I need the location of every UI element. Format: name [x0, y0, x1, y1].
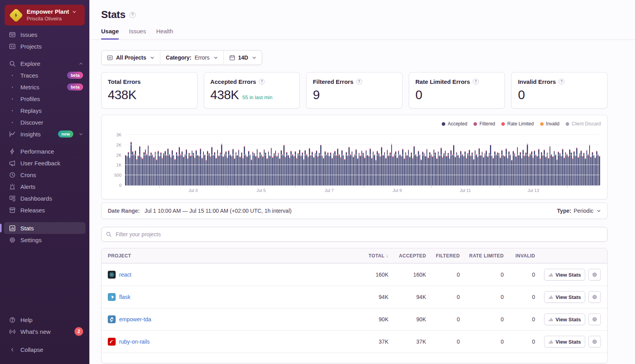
- sidebar-item-whats-new[interactable]: What's new 2: [0, 326, 89, 337]
- chart-bar: [564, 158, 565, 185]
- help-icon[interactable]: [356, 79, 362, 85]
- column-header-invalid[interactable]: INVALID: [507, 253, 538, 259]
- chart-bar: [285, 157, 286, 185]
- chart-bar: [497, 152, 498, 185]
- view-stats-button[interactable]: View Stats: [544, 291, 585, 303]
- chart-bar: [312, 152, 313, 185]
- chart-bar: [296, 158, 298, 185]
- column-header-accepted[interactable]: ACCEPTED: [392, 253, 429, 259]
- tab-health[interactable]: Health: [156, 28, 173, 40]
- project-link[interactable]: ruby-on-rails: [119, 339, 150, 345]
- sidebar-item-label: Explore: [20, 60, 40, 67]
- chart-bar: [513, 151, 514, 185]
- legend-item-accepted[interactable]: Accepted: [442, 121, 467, 127]
- view-stats-button[interactable]: View Stats: [544, 269, 585, 281]
- card-title: Total Errors: [108, 78, 141, 85]
- chart-bar: [475, 150, 476, 185]
- card-title: Filtered Errors: [313, 78, 353, 85]
- chart-bar: [225, 151, 227, 185]
- chart-bar: [412, 158, 414, 185]
- project-link[interactable]: empower-tda: [119, 316, 151, 322]
- view-stats-button[interactable]: View Stats: [544, 313, 585, 325]
- chart-bar: [190, 156, 191, 185]
- legend-item-invalid[interactable]: Invalid: [540, 121, 560, 127]
- page-title-help-icon[interactable]: [129, 12, 136, 18]
- sidebar-item-issues[interactable]: Issues: [0, 29, 89, 40]
- chart-bar: [305, 150, 306, 185]
- project-settings-button[interactable]: [588, 313, 601, 325]
- sidebar-item-help[interactable]: Help: [0, 314, 89, 326]
- column-header-project[interactable]: PROJECT: [102, 253, 345, 259]
- chart-bar: [354, 154, 356, 185]
- chart-bar: [573, 151, 575, 185]
- chart-bar: [517, 147, 518, 185]
- cell-accepted: 160K: [392, 272, 429, 278]
- date-period-value: 14D: [238, 54, 249, 61]
- view-stats-button[interactable]: View Stats: [544, 336, 585, 348]
- sidebar-item-label: Dashboards: [20, 195, 52, 202]
- sidebar-item-discover[interactable]: Discover: [0, 116, 89, 128]
- column-header-rate-limited[interactable]: RATE LIMITED: [463, 253, 507, 259]
- sidebar-item-releases[interactable]: Releases: [0, 204, 89, 216]
- sidebar-item-performance[interactable]: Performance: [0, 145, 89, 157]
- sidebar-item-settings[interactable]: Settings: [0, 234, 89, 246]
- legend-item-client-discard[interactable]: Client Discard: [566, 121, 601, 127]
- chart-bar: [292, 154, 293, 185]
- sidebar-item-profiles[interactable]: Profiles: [0, 93, 89, 105]
- category-filter-dropdown[interactable]: Category: Errors: [160, 51, 223, 65]
- sidebar-item-label: Stats: [20, 225, 34, 232]
- chart-bar: [228, 150, 229, 185]
- sidebar-item-traces[interactable]: Traces beta: [0, 69, 89, 81]
- column-header-filtered[interactable]: FILTERED: [429, 253, 463, 259]
- column-header-total[interactable]: TOTAL: [345, 253, 392, 259]
- sidebar-collapse-button[interactable]: Collapse: [0, 344, 89, 355]
- chart-bar: [425, 156, 426, 185]
- project-search: [101, 227, 608, 242]
- project-settings-button[interactable]: [588, 269, 601, 281]
- sidebar-item-insights[interactable]: Insights new: [0, 128, 89, 140]
- search-input[interactable]: [101, 227, 608, 242]
- sidebar-item-replays[interactable]: Replays: [0, 105, 89, 116]
- sidebar-item-crons[interactable]: Crons: [0, 169, 89, 181]
- help-icon[interactable]: [259, 79, 265, 85]
- sidebar-item-projects[interactable]: Projects: [0, 40, 89, 52]
- sidebar-item-dashboards[interactable]: Dashboards: [0, 192, 89, 204]
- x-axis-tick: [431, 186, 432, 188]
- project-settings-button[interactable]: [588, 336, 601, 348]
- chart-bar: [504, 156, 505, 185]
- tab-usage[interactable]: Usage: [101, 28, 119, 40]
- sidebar-item-user-feedback[interactable]: User Feedback: [0, 157, 89, 169]
- chart-bar: [301, 156, 302, 185]
- project-settings-button[interactable]: [588, 291, 601, 303]
- help-icon[interactable]: [559, 79, 564, 85]
- chart-bar: [590, 157, 591, 185]
- chart-bar: [271, 148, 272, 185]
- sidebar-item-stats[interactable]: Stats: [4, 222, 85, 234]
- tab-issues[interactable]: Issues: [129, 28, 146, 40]
- sidebar-item-explore[interactable]: Explore: [0, 58, 89, 69]
- legend-item-rate-limited[interactable]: Rate Limited: [501, 121, 533, 127]
- sidebar-item-metrics[interactable]: Metrics beta: [0, 81, 89, 93]
- project-filter-dropdown[interactable]: All Projects: [102, 51, 160, 65]
- project-link[interactable]: react: [119, 272, 131, 278]
- chart-bar: [259, 152, 261, 185]
- type-dropdown[interactable]: Type: Periodic: [557, 208, 601, 214]
- chart-bar: [180, 154, 181, 185]
- chart-bar: [267, 158, 268, 185]
- org-switcher[interactable]: Empower Plant Priscila Oliveira: [5, 5, 85, 25]
- date-period-dropdown[interactable]: 14D: [223, 51, 262, 65]
- sidebar-item-alerts[interactable]: Alerts: [0, 181, 89, 192]
- chart-bar: [500, 158, 501, 185]
- bullet-icon: [9, 110, 16, 111]
- help-icon[interactable]: [473, 79, 479, 85]
- cell-filtered: 0: [429, 272, 463, 278]
- chart-bar: [417, 156, 418, 185]
- chart-bar: [542, 155, 544, 185]
- chart-bar: [183, 157, 184, 185]
- bullet-icon: [9, 122, 16, 123]
- x-axis-label: Jul 3: [189, 188, 198, 193]
- legend-item-filtered[interactable]: Filtered: [474, 121, 495, 127]
- project-link[interactable]: flask: [119, 294, 131, 300]
- chart-bar: [448, 153, 449, 185]
- megaphone-icon: [9, 160, 16, 167]
